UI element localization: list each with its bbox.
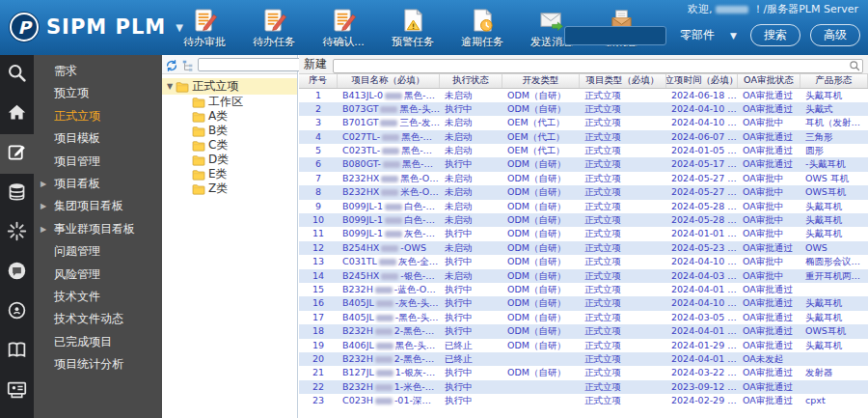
toolbar-item-warning-task[interactable]: !预警任务 [385,8,441,49]
table-filter-input[interactable] [333,59,863,73]
cell-project-name[interactable]: C023H-01-深空灰-全… [338,394,440,407]
nav-icon-database[interactable] [0,174,34,213]
tree-node[interactable]: B类 [162,124,297,138]
cell-project-name[interactable]: C031TL灰色-全向麦 [338,255,440,268]
tree-node[interactable]: A类 [162,109,297,124]
nav-icon-home[interactable] [0,95,34,134]
cell-project-name[interactable]: B099JL-1灰色-头戴耳机 [338,227,440,240]
menu-item-tech-doc-activity[interactable]: 技术文件动态 [34,308,162,330]
menu-item-pre-project[interactable]: 预立项 [34,82,162,104]
table-row[interactable]: 22B232H1-米色-OWS执行中正式立项2023-09-12 00:00OA… [299,380,868,394]
table-row[interactable]: 16B405JL-灰色-头戴耳机执行中ODM（自研）正式立项2024-04-10… [299,296,868,310]
search-category-dropdown[interactable]: 零部件 ▼ [676,27,741,43]
tree-node[interactable]: E类 [162,167,297,181]
table-row[interactable]: 9B099JL-1白色-头戴耳…未启动ODM（自研）正式立项2024-05-28… [299,200,868,213]
table-row[interactable]: 18B232H2-黑色-OWS执行中ODM（自研）正式立项2024-04-01 … [299,324,868,338]
table-search-icon[interactable] [849,57,860,69]
table-row[interactable]: 17B405JL-黑色-头戴耳机执行中ODM（自研）正式立项2024-03-05… [299,311,868,324]
cell-project-name[interactable]: B080GT-黑色-头戴耳机 [338,157,440,171]
toolbar-item-overdue-task[interactable]: 逾期任务 [454,8,510,49]
column-header[interactable]: 项目类型（必填） [580,74,666,88]
nav-icon-monitor[interactable] [0,372,34,411]
cell-project-name[interactable]: C027TL-黑色-全向麦 [338,130,440,144]
tree-node[interactable]: 工作区 [162,95,297,109]
table-row[interactable]: 20B232H2-黑色-OWS-终…已终止正式立项2024-04-01 08:0… [299,352,868,366]
table-row[interactable]: 7B232HX黑色-OWS未启动ODM（自研）正式立项2024-05-27 08… [299,172,868,185]
menu-item-issue-management[interactable]: 问题管理 [34,240,162,263]
cell-project-name[interactable]: B073GT黑色-头戴耳机 [338,102,440,116]
cell-project-name[interactable]: B232H-蓝色-OWS [338,283,440,296]
table-row[interactable]: 1B413JL-0黑色-头戴耳机未启动ODM（自研）正式立项2024-06-18… [299,89,868,102]
table-row[interactable]: 19B406JL黑色-头戴耳机已终止ODM（自研）正式立项2024-01-29 … [299,339,868,352]
cell-project-name[interactable]: B232H2-黑色-OWS-终… [338,352,440,366]
table-row[interactable]: 6B080GT-黑色-头戴耳机执行中ODM（自研）正式立项2024-05-17 … [299,157,868,171]
cell-project-name[interactable]: B254HX-OWS [338,241,440,255]
column-header[interactable]: 执行状态 [440,74,502,88]
menu-item-risk-management[interactable]: 风险管理 [34,264,162,286]
column-header[interactable]: 立项时间（必填） [666,74,738,88]
tree-collapse-icon[interactable]: ▼ [167,82,173,91]
menu-item-project-management[interactable]: 项目管理 [34,151,162,173]
table-row[interactable]: 13C031TL灰色-全向麦执行中ODM（自研）正式立项2024-04-10 0… [299,255,868,268]
toolbar-item-todo-confirm[interactable]: 待确认... [315,8,371,49]
global-search-input[interactable] [564,26,666,45]
menu-item-project-template[interactable]: 项目模板 [34,127,162,150]
menu-item-completed-projects[interactable]: 已完成项目 [34,331,162,353]
toolbar-item-todo-approval[interactable]: 待办审批 [176,8,232,49]
cell-project-name[interactable]: B406JL黑色-头戴耳机 [338,339,440,352]
nav-icon-knowledge[interactable] [0,332,34,372]
table-row[interactable]: 2B073GT黑色-头戴耳机执行中ODM（自研）正式立项2024-04-10 0… [299,102,868,116]
tree-node[interactable]: D类 [162,153,297,167]
column-header[interactable]: OA审批状态 [738,74,800,88]
cell-project-name[interactable]: B232H1-米色-OWS [338,380,440,394]
menu-item-project-statistics[interactable]: 项目统计分析 [34,353,162,376]
nav-icon-messages[interactable] [0,253,34,293]
table-row[interactable]: 15B232H-蓝色-OWS执行中ODM（自研）正式立项2024-04-01 0… [299,283,868,296]
table-row[interactable]: 8B232HX米色-OWS未启动ODM（自研）正式立项2024-05-27 08… [299,185,868,199]
cell-project-name[interactable]: B405JL-黑色-头戴耳机 [338,311,440,324]
new-button[interactable]: 新建 [304,56,327,72]
table-row[interactable]: 10B099JL-1白色-头戴耳…未启动ODM（自研）正式立项2024-05-2… [299,213,868,227]
cell-project-name[interactable]: B099JL-1白色-头戴耳… [338,213,440,227]
cell-project-name[interactable]: B232H2-黑色-OWS [338,324,440,338]
cell-project-name[interactable]: B701GT三色-发射器 [338,116,440,129]
menu-item-bu-project-board[interactable]: ▶事业群项目看板 [34,218,162,240]
menu-item-tech-docs[interactable]: 技术文件 [34,286,162,308]
cell-project-name[interactable]: B232HX米色-OWS [338,185,440,199]
nav-icon-loading[interactable] [0,213,34,253]
table-row[interactable]: 5C023TL-黑色-全向麦未启动OEM（代工）正式立项2024-01-05 0… [299,144,868,157]
tree-structure-icon[interactable] [181,58,195,71]
toolbar-item-todo-task[interactable]: 待办任务 [246,8,302,49]
nav-icon-search[interactable] [0,55,34,95]
menu-item-demand[interactable]: 需求 [34,60,162,82]
table-row[interactable]: 4C027TL-黑色-全向麦未启动OEM（代工）正式立项2024-06-07 0… [299,130,868,144]
table-row[interactable]: 12B254HX-OWS未启动ODM（自研）正式立项2024-05-23 08:… [299,241,868,255]
advanced-search-button[interactable]: 高级 [810,24,860,46]
column-header[interactable]: 序号 [299,74,338,88]
table-row[interactable]: 23C023H-01-深空灰-全…执行中正式立项2024-02-29 00:00… [299,394,868,407]
nav-icon-edit[interactable] [0,134,34,174]
cell-project-name[interactable]: B232HX黑色-OWS [338,172,440,185]
tree-node[interactable]: Z类 [162,181,297,196]
menu-item-project-board[interactable]: ▶项目看板 [34,173,162,195]
column-header[interactable]: 项目名称（必填） [338,74,440,88]
menu-item-formal-project[interactable]: 正式立项 [34,105,162,127]
nav-icon-broadcast[interactable] [0,293,34,332]
app-logo[interactable]: P SIPM PLM ▼ [10,13,183,42]
cell-project-name[interactable]: C023TL-黑色-全向麦 [338,144,440,157]
tree-node[interactable]: C类 [162,138,297,153]
table-row[interactable]: 21B127JL1-银灰-发射器执行中ODM（自研）正式立项2024-03-22… [299,366,868,379]
column-header[interactable]: 开发类型 [502,74,580,88]
cell-project-name[interactable]: B245HX-银色-OWS [338,269,440,283]
cell-project-name[interactable]: B413JL-0黑色-头戴耳机 [338,89,440,102]
tree-root-node[interactable]: ▼ 正式立项 [162,78,297,95]
table-row[interactable]: 3B701GT三色-发射器未启动OEM（代工）正式立项2024-04-10 08… [299,116,868,129]
cell-project-name[interactable]: B127JL1-银灰-发射器 [338,366,440,379]
column-header[interactable]: 产品形态 [800,74,868,88]
cell-project-name[interactable]: B099JL-1白色-头戴耳… [338,200,440,213]
menu-item-group-project-board[interactable]: ▶集团项目看板 [34,195,162,217]
table-row[interactable]: 11B099JL-1灰色-头戴耳机执行中ODM（自研）正式立项2024-01-0… [299,227,868,240]
cell-project-name[interactable]: B405JL-灰色-头戴耳机 [338,296,440,310]
table-row[interactable]: 14B245HX-银色-OWS未启动ODM（自研）正式立项2024-04-03 … [299,269,868,283]
search-button[interactable]: 搜索 [750,24,800,46]
